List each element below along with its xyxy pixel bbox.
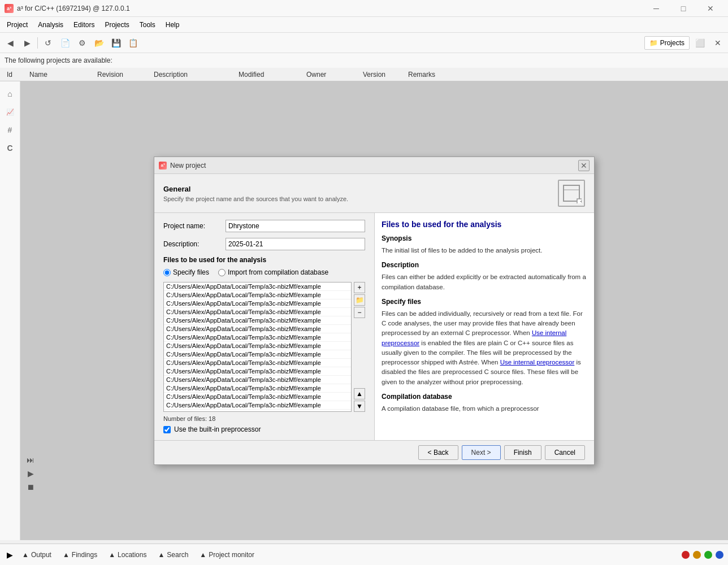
- menu-editors[interactable]: Editors: [69, 19, 99, 31]
- statusbar-tab-locations[interactable]: ▲ Locations: [104, 549, 151, 561]
- code-icon[interactable]: C: [2, 140, 18, 156]
- file-list-item[interactable]: C:/Users/Alex/AppData/Local/Temp/a3c-nbi…: [164, 333, 351, 342]
- toolbar-right: 📁 Projects ⬜ ✕: [644, 35, 726, 51]
- col-version: Version: [361, 71, 406, 79]
- file-list-container: C:/Users/Alex/AppData/Local/Temp/a3c-nbi…: [163, 282, 365, 412]
- file-list[interactable]: C:/Users/Alex/AppData/Local/Temp/a3c-nbi…: [163, 282, 352, 412]
- add-file-button[interactable]: +: [354, 282, 365, 293]
- open-button[interactable]: 📂: [91, 35, 107, 51]
- finish-button[interactable]: Finish: [504, 445, 541, 460]
- file-list-item[interactable]: C:/Users/Alex/AppData/Local/Temp/a3c-nbi…: [164, 359, 351, 367]
- col-revision: Revision: [95, 71, 151, 79]
- panel-close-button[interactable]: ✕: [710, 35, 726, 51]
- specify-files-title: Specify files: [382, 298, 587, 306]
- statusbar-tab-findings[interactable]: ▲ Findings: [58, 549, 102, 561]
- file-list-item[interactable]: C:/Users/Alex/AppData/Local/Temp/a3c-nbi…: [164, 291, 351, 299]
- dialog-title: New project: [170, 162, 575, 169]
- menu-project[interactable]: Project: [2, 19, 32, 31]
- project-monitor-icon: ▲: [200, 551, 206, 559]
- projects-panel-button[interactable]: 📁 Projects: [644, 36, 690, 50]
- compilation-db-text: A compilation database file, from which …: [382, 404, 587, 414]
- file-list-item[interactable]: C:/Users/Alex/AppData/Local/Temp/a3c-nbi…: [164, 410, 351, 412]
- file-list-item[interactable]: C:/Users/Alex/AppData/Local/Temp/a3c-nbi…: [164, 308, 351, 316]
- app-title: a³ for C/C++ (16972194) @ 127.0.0.1: [17, 5, 130, 12]
- statusbar-tab-project-monitor[interactable]: ▲ Project monitor: [195, 549, 259, 561]
- preprocessor-label[interactable]: Use the built-in preprocessor: [174, 425, 261, 433]
- files-section-title: Files to be used for the analysis: [163, 256, 365, 264]
- dialog-header-text: General Specify the project name and the…: [163, 185, 348, 202]
- new-project-button[interactable]: 📄: [57, 35, 73, 51]
- col-remarks: Remarks: [406, 71, 723, 79]
- titlebar: a³ a³ for C/C++ (16972194) @ 127.0.0.1 ─…: [0, 0, 728, 17]
- back-dialog-button[interactable]: < Back: [418, 445, 458, 460]
- error-dot: [682, 551, 690, 559]
- cancel-button[interactable]: Cancel: [545, 445, 585, 460]
- preprocessor-checkbox[interactable]: [163, 426, 171, 433]
- statusbar-expand-button[interactable]: ▶: [5, 549, 15, 560]
- fast-forward-button[interactable]: ⏭: [23, 454, 38, 466]
- home-icon[interactable]: ⌂: [2, 86, 18, 102]
- save-button[interactable]: 💾: [108, 35, 124, 51]
- col-name: Name: [27, 71, 95, 79]
- titlebar-left: a³ a³ for C/C++ (16972194) @ 127.0.0.1: [5, 4, 130, 13]
- grid-icon[interactable]: #: [2, 122, 18, 138]
- window-close-button[interactable]: ✕: [697, 0, 723, 17]
- search-icon: ▲: [158, 551, 164, 559]
- forward-button[interactable]: ▶: [19, 35, 35, 51]
- export-button[interactable]: 📋: [125, 35, 141, 51]
- output-icon: ▲: [22, 551, 29, 559]
- remove-file-button[interactable]: −: [354, 307, 365, 318]
- play-button[interactable]: ▶: [23, 468, 38, 479]
- output-label: Output: [31, 551, 51, 559]
- ok-dot: [704, 551, 712, 559]
- preprocessor-checkbox-row: Use the built-in preprocessor: [163, 425, 365, 433]
- dialog-titlebar: a³ New project ✕: [154, 157, 594, 174]
- chart-icon[interactable]: 📈: [2, 104, 18, 120]
- dialog-body: Project name: Description: Files to be u…: [154, 213, 594, 440]
- warning-dot: [693, 551, 701, 559]
- menu-projects[interactable]: Projects: [100, 19, 133, 31]
- description-input[interactable]: [226, 238, 365, 250]
- maximize-button[interactable]: □: [670, 0, 696, 17]
- scroll-down-button[interactable]: ▼: [354, 401, 365, 412]
- file-list-item[interactable]: C:/Users/Alex/AppData/Local/Temp/a3c-nbi…: [164, 350, 351, 359]
- project-name-row: Project name:: [163, 220, 365, 232]
- description-label: Description:: [163, 240, 226, 248]
- minimize-button[interactable]: ─: [643, 0, 669, 17]
- stop-button[interactable]: ⏹: [23, 481, 38, 493]
- file-list-item[interactable]: C:/Users/Alex/AppData/Local/Temp/a3c-nbi…: [164, 367, 351, 376]
- file-list-item[interactable]: C:/Users/Alex/AppData/Local/Temp/a3c-nbi…: [164, 299, 351, 308]
- specify-files-radio[interactable]: Specify files: [163, 268, 209, 276]
- back-button[interactable]: ◀: [2, 35, 18, 51]
- file-list-item[interactable]: C:/Users/Alex/AppData/Local/Temp/a3c-nbi…: [164, 342, 351, 350]
- analyze-button[interactable]: ⚙: [74, 35, 90, 51]
- statusbar-tab-output[interactable]: ▲ Output: [18, 549, 56, 561]
- file-list-item[interactable]: C:/Users/Alex/AppData/Local/Temp/a3c-nbi…: [164, 393, 351, 401]
- file-list-item[interactable]: C:/Users/Alex/AppData/Local/Temp/a3c-nbi…: [164, 325, 351, 333]
- refresh-button[interactable]: ↺: [40, 35, 56, 51]
- table-header: Id Name Revision Description Modified Ow…: [0, 68, 728, 81]
- dialog-app-icon: a³: [159, 162, 167, 169]
- statusbar-tab-search[interactable]: ▲ Search: [153, 549, 193, 561]
- file-list-item[interactable]: C:/Users/Alex/AppData/Local/Temp/a3c-nbi…: [164, 376, 351, 384]
- search-label: Search: [167, 551, 188, 559]
- dialog-overlay: a³ New project ✕ General Specify the pro…: [20, 81, 728, 540]
- file-list-item[interactable]: C:/Users/Alex/AppData/Local/Temp/a3c-nbi…: [164, 384, 351, 393]
- file-list-item[interactable]: C:/Users/Alex/AppData/Local/Temp/a3c-nbi…: [164, 401, 351, 410]
- add-folder-button[interactable]: 📁: [354, 294, 365, 306]
- next-button[interactable]: Next >: [462, 445, 501, 460]
- import-compilation-radio[interactable]: Import from compilation database: [218, 268, 328, 276]
- info-dot: [716, 551, 723, 559]
- scroll-up-button[interactable]: ▲: [354, 388, 365, 399]
- panel-toggle-button[interactable]: ⬜: [692, 35, 708, 51]
- help-link-2[interactable]: Use internal preprocessor: [500, 359, 575, 366]
- menu-analysis[interactable]: Analysis: [33, 19, 68, 31]
- dialog-close-button[interactable]: ✕: [578, 160, 590, 171]
- menu-help[interactable]: Help: [161, 19, 184, 31]
- file-list-item[interactable]: C:/Users/Alex/AppData/Local/Temp/a3c-nbi…: [164, 282, 351, 291]
- compilation-db-title: Compilation database: [382, 393, 587, 401]
- project-name-input[interactable]: [226, 220, 365, 232]
- menu-tools[interactable]: Tools: [135, 19, 160, 31]
- toolbar: ◀ ▶ ↺ 📄 ⚙ 📂 💾 📋 📁 Projects ⬜ ✕: [0, 33, 728, 53]
- file-list-item[interactable]: C:/Users/Alex/AppData/Local/Temp/a3c-nbi…: [164, 316, 351, 325]
